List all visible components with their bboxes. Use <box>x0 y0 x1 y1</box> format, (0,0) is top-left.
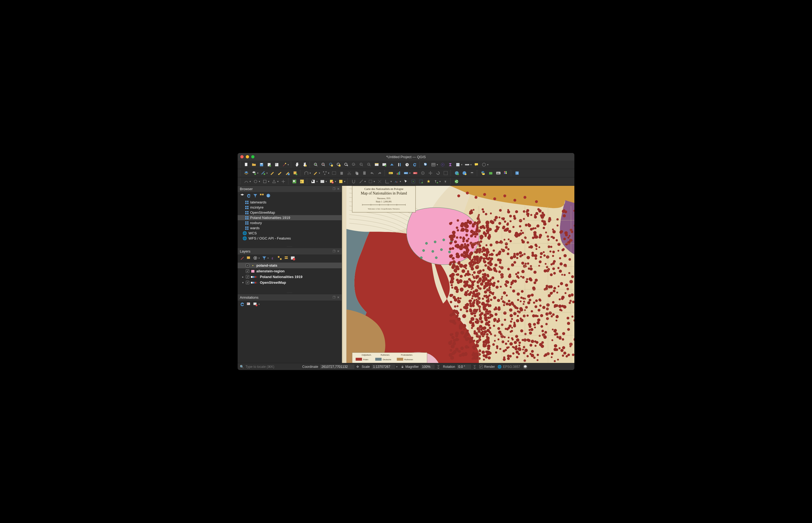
new-map-view-button[interactable] <box>373 161 380 168</box>
select-rectangle-button[interactable] <box>310 178 317 185</box>
advanced-digitize-2[interactable] <box>252 178 259 185</box>
vertex-tool-button[interactable] <box>321 170 328 176</box>
undo-button[interactable] <box>368 170 376 176</box>
annotation-marker-button[interactable] <box>410 178 417 185</box>
browser-item[interactable]: Poland Nationalities 1919 <box>238 215 342 220</box>
advanced-digitize-1[interactable] <box>243 178 250 185</box>
pan-to-selection-button[interactable] <box>301 161 308 168</box>
zoom-next-button[interactable] <box>365 161 373 168</box>
rotation-spinner[interactable]: ▲▼ <box>473 364 477 369</box>
save-project-button[interactable] <box>258 161 265 168</box>
expand-all-icon[interactable] <box>277 255 282 260</box>
browser-item[interactable]: laterwards <box>238 200 342 205</box>
open-attribute-table-button[interactable] <box>430 161 437 168</box>
metasearch-button[interactable] <box>468 170 476 176</box>
crs-icon[interactable]: 🌐 <box>498 365 502 369</box>
help-button[interactable]: ? <box>514 170 521 176</box>
annotation-favorite-button[interactable] <box>425 178 432 185</box>
layers-panel-header[interactable]: Layers ❐✕ <box>238 248 342 254</box>
share-button[interactable] <box>453 178 460 185</box>
zoom-out-button[interactable] <box>320 161 327 168</box>
new-print-layout-button[interactable] <box>265 161 273 168</box>
zoom-to-selection-button[interactable] <box>335 161 342 168</box>
browser-item[interactable]: 🌐WCS <box>238 231 342 236</box>
close-panel-icon[interactable]: ✕ <box>337 296 340 299</box>
visibility-checkbox[interactable]: ✓ <box>246 281 249 284</box>
browser-tree[interactable]: laterwardsmcintyreOpenStreetMapPoland Na… <box>238 199 342 246</box>
temporal-navigation-button[interactable] <box>403 161 411 168</box>
zoom-native-button[interactable]: 1:1 <box>350 161 357 168</box>
add-layer-icon[interactable] <box>240 193 245 198</box>
undock-icon[interactable]: ❐ <box>333 250 335 253</box>
move-label-button[interactable] <box>427 170 434 176</box>
remove-annotation-icon[interactable] <box>253 302 258 307</box>
render-checkbox[interactable]: ✓ <box>479 365 483 368</box>
map-canvas[interactable]: Carte des Nationalités en Pologne Map of… <box>342 186 574 363</box>
browser-item[interactable]: roxbury <box>238 220 342 226</box>
advanced-digitize-4[interactable] <box>271 178 278 185</box>
select-features-button[interactable] <box>291 178 298 185</box>
annotation-text-at-point-button[interactable]: T <box>433 178 440 185</box>
no-action-button[interactable] <box>480 161 487 168</box>
browser-item[interactable]: mcintyre <box>238 205 342 210</box>
locator-input[interactable] <box>245 365 294 369</box>
zoom-last-button[interactable] <box>358 161 365 168</box>
browser-item[interactable]: OpenStreetMap <box>238 210 342 215</box>
lock-icon[interactable] <box>401 365 404 368</box>
new-geopackage-button[interactable] <box>250 170 257 176</box>
panel-resize-handle[interactable]: ······ <box>238 292 342 294</box>
current-edits-button[interactable] <box>269 170 276 176</box>
undock-icon[interactable]: ❐ <box>333 187 335 191</box>
rotation-input[interactable] <box>456 364 471 369</box>
identify-button[interactable]: i <box>422 161 429 168</box>
open-layer-styling-icon[interactable] <box>240 255 245 260</box>
panel-resize-handle[interactable]: ······ <box>238 246 342 248</box>
toggle-editing-button[interactable] <box>276 170 283 176</box>
close-panel-icon[interactable]: ✕ <box>337 250 340 253</box>
field-calculator-button[interactable] <box>439 161 446 168</box>
change-label-props-button[interactable] <box>442 170 449 176</box>
copy-features-button[interactable] <box>353 170 360 176</box>
magnifier-spinner[interactable]: ▲▼ <box>436 364 440 369</box>
label-pin-button[interactable]: abc <box>412 170 419 176</box>
layer-row[interactable]: ✓poland-stats <box>238 263 342 268</box>
new-spatial-bookmark-button[interactable] <box>381 161 388 168</box>
undock-icon[interactable]: ❐ <box>333 296 335 299</box>
save-layer-edits-button[interactable] <box>284 170 291 176</box>
layers-list[interactable]: ✓poland-stats✓allenstein-region▸✓Poland … <box>238 262 342 286</box>
show-layout-manager-button[interactable] <box>273 161 280 168</box>
browser-panel-header[interactable]: Browser ❐✕ <box>238 186 342 192</box>
modify-attributes-button[interactable] <box>330 170 338 176</box>
snapping-2[interactable] <box>358 178 365 185</box>
label-highlight-button[interactable]: abc <box>402 170 410 176</box>
deselect-all-button[interactable] <box>328 178 335 185</box>
add-polygon-feature-button[interactable] <box>292 170 299 176</box>
diagram-props-button[interactable] <box>395 170 402 176</box>
annotation-pointer-button[interactable] <box>402 178 409 185</box>
show-hide-labels-button[interactable] <box>419 170 426 176</box>
close-panel-icon[interactable]: ✕ <box>337 187 340 191</box>
crs-label[interactable]: EPSG:3857 <box>503 365 520 369</box>
temporal-controller-button[interactable] <box>396 161 403 168</box>
visibility-checkbox[interactable]: ✓ <box>246 275 249 278</box>
rotate-label-button[interactable] <box>434 170 442 176</box>
open-project-button[interactable] <box>250 161 257 168</box>
paste-features-button[interactable] <box>361 170 368 176</box>
visibility-checkbox[interactable]: ✓ <box>246 269 249 273</box>
data-source-manager-button[interactable] <box>243 170 250 176</box>
annotation-line-button[interactable] <box>417 178 425 185</box>
visibility-checkbox[interactable]: ✓ <box>246 264 249 267</box>
select-by-value-button[interactable] <box>319 178 326 185</box>
annotation-text-button[interactable]: Aa <box>393 178 400 185</box>
add-feature-button[interactable] <box>312 170 319 176</box>
advanced-digitize-3[interactable] <box>261 178 268 185</box>
annotation-edit-text-button[interactable]: T <box>442 178 449 185</box>
magnifier-input[interactable] <box>420 364 435 369</box>
filter-legend-icon[interactable] <box>262 255 267 260</box>
refresh-icon[interactable] <box>246 193 251 198</box>
cut-features-button[interactable] <box>346 170 353 176</box>
collapse-all-icon[interactable] <box>284 255 289 260</box>
add-xyz-layer-button[interactable] <box>461 170 468 176</box>
zoom-in-button[interactable] <box>312 161 319 168</box>
toggle-extents-icon[interactable]: ✥ <box>356 365 359 369</box>
